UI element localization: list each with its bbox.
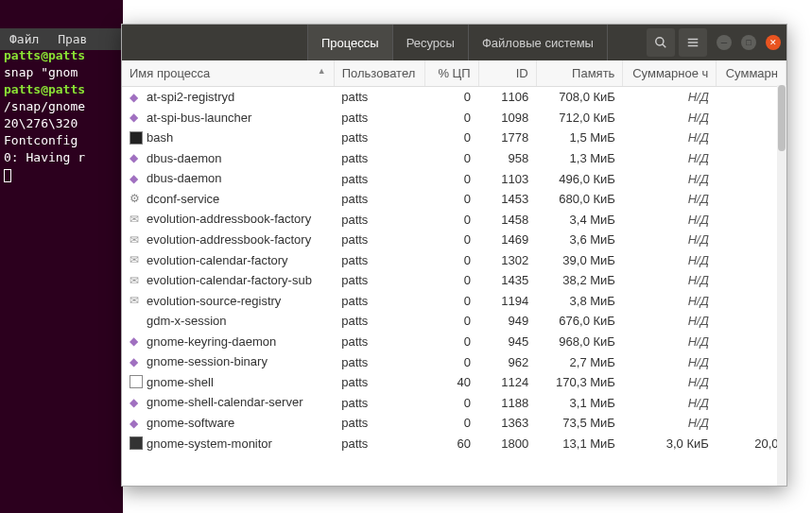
cell-id: 949 bbox=[478, 311, 536, 332]
cell-user: patts bbox=[334, 413, 425, 434]
terminal-line: 0: Having r bbox=[0, 149, 123, 166]
cell-user: patts bbox=[334, 168, 425, 189]
header-cum2[interactable]: Суммарн bbox=[717, 60, 786, 87]
mail-icon: ✉ bbox=[130, 233, 143, 247]
header-mem[interactable]: Память bbox=[536, 60, 623, 87]
executable-icon: ◆ bbox=[130, 111, 143, 124]
minimize-button[interactable]: ─ bbox=[717, 35, 732, 50]
mail-icon: ✉ bbox=[130, 213, 143, 226]
cell-mem: 73,5 МиБ bbox=[536, 413, 623, 434]
cell-name: ◆at-spi2-registryd bbox=[122, 87, 334, 108]
executable-icon: ◆ bbox=[130, 396, 143, 409]
cell-name: gnome-shell bbox=[122, 372, 334, 393]
cell-id: 1800 bbox=[478, 434, 536, 454]
table-row[interactable]: ◆gnome-keyring-daemonpatts0945968,0 КиБН… bbox=[122, 332, 786, 352]
cell-name: ✉evolution-addressbook-factory bbox=[122, 209, 334, 230]
header-cumtime[interactable]: Суммарное ч bbox=[623, 60, 717, 87]
maximize-button[interactable]: □ bbox=[741, 35, 756, 50]
tab-processes[interactable]: Процессы bbox=[307, 25, 392, 60]
terminal-menu-edit[interactable]: Прав bbox=[58, 32, 87, 46]
cell-name: ✉evolution-calendar-factory-sub bbox=[122, 270, 334, 291]
table-row[interactable]: ✉evolution-addressbook-factorypatts01469… bbox=[122, 230, 786, 250]
cell-name: ✉evolution-source-registry bbox=[122, 291, 334, 312]
system-monitor-window: Процессы Ресурсы Файловые системы ─ □ ✕ … bbox=[121, 24, 787, 487]
cell-cumtime: Н/Д bbox=[623, 87, 717, 108]
vertical-scrollbar[interactable] bbox=[777, 85, 786, 486]
table-row[interactable]: ◆gnome-session-binarypatts09622,7 МиБН/Д bbox=[122, 351, 786, 372]
cell-cumtime: Н/Д bbox=[623, 270, 717, 291]
terminal-icon bbox=[130, 131, 143, 145]
cell-user: patts bbox=[334, 250, 425, 271]
cell-user: patts bbox=[334, 87, 425, 108]
cell-mem: 3,6 МиБ bbox=[536, 230, 623, 250]
table-row[interactable]: ◆gnome-softwarepatts0136373,5 МиБН/Д bbox=[122, 413, 786, 434]
blank-icon bbox=[130, 315, 143, 328]
cell-cum2 bbox=[717, 189, 786, 210]
cell-id: 1194 bbox=[478, 291, 536, 312]
table-row[interactable]: ◆at-spi-bus-launcherpatts01098712,0 КиБН… bbox=[122, 108, 786, 128]
table-row[interactable]: ⚙dconf-servicepatts01453680,0 КиБН/Д bbox=[122, 189, 786, 210]
table-row[interactable]: bashpatts017781,5 МиБН/Д bbox=[122, 128, 786, 148]
cell-id: 958 bbox=[478, 148, 536, 169]
cell-mem: 712,0 КиБ bbox=[536, 108, 623, 128]
cell-user: patts bbox=[334, 189, 425, 210]
cell-mem: 13,1 МиБ bbox=[536, 434, 623, 454]
search-button[interactable] bbox=[647, 28, 675, 57]
cell-name: ◆dbus-daemon bbox=[122, 148, 334, 169]
cell-cum2 bbox=[717, 311, 786, 332]
terminal-line: snap "gnom bbox=[0, 64, 123, 81]
cell-mem: 1,5 МиБ bbox=[536, 128, 623, 148]
table-row[interactable]: gnome-shellpatts401124170,3 МиБН/Д bbox=[122, 372, 786, 393]
cell-cpu: 0 bbox=[425, 168, 478, 189]
cell-cpu: 0 bbox=[425, 209, 478, 230]
cell-cumtime: Н/Д bbox=[623, 372, 717, 393]
cell-mem: 170,3 МиБ bbox=[536, 372, 623, 393]
tab-resources[interactable]: Ресурсы bbox=[392, 25, 468, 60]
cell-name: gdm-x-session bbox=[122, 311, 334, 332]
header-user[interactable]: Пользовател bbox=[334, 60, 425, 87]
terminal-window: Файл Прав patts@pattssnap "gnompatts@pat… bbox=[0, 0, 123, 513]
tab-filesystems[interactable]: Файловые системы bbox=[468, 25, 608, 60]
process-table-container: Имя процесса Пользовател % ЦП ID Память … bbox=[122, 60, 786, 486]
terminal-menubar[interactable]: Файл Прав bbox=[0, 28, 123, 50]
scrollbar-thumb[interactable] bbox=[778, 85, 786, 151]
mail-icon: ✉ bbox=[130, 294, 143, 307]
tab-bar: Процессы Ресурсы Файловые системы bbox=[307, 25, 608, 60]
header-id[interactable]: ID bbox=[478, 60, 536, 87]
terminal-menu-file[interactable]: Файл bbox=[9, 32, 39, 46]
table-row[interactable]: gnome-system-monitorpatts60180013,1 МиБ3… bbox=[122, 434, 786, 454]
menu-button[interactable] bbox=[679, 28, 707, 57]
cell-user: patts bbox=[334, 311, 425, 332]
cell-id: 1363 bbox=[478, 413, 536, 434]
table-row[interactable]: ✉evolution-addressbook-factorypatts01458… bbox=[122, 209, 786, 230]
executable-icon: ◆ bbox=[130, 334, 143, 348]
cell-name: ✉evolution-calendar-factory bbox=[122, 250, 334, 271]
cell-mem: 3,8 МиБ bbox=[536, 291, 623, 312]
cell-name: gnome-system-monitor bbox=[122, 434, 334, 454]
table-row[interactable]: ✉evolution-source-registrypatts011943,8 … bbox=[122, 291, 786, 312]
table-row[interactable]: gdm-x-sessionpatts0949676,0 КиБН/Д bbox=[122, 311, 786, 332]
cell-cumtime: 3,0 КиБ bbox=[623, 434, 717, 454]
cell-mem: 680,0 КиБ bbox=[536, 189, 623, 210]
close-button[interactable]: ✕ bbox=[766, 35, 781, 50]
executable-icon: ◆ bbox=[130, 91, 143, 104]
cell-user: patts bbox=[334, 128, 425, 148]
cell-mem: 1,3 МиБ bbox=[536, 148, 623, 169]
table-row[interactable]: ✉evolution-calendar-factorypatts0130239,… bbox=[122, 250, 786, 271]
table-row[interactable]: ◆at-spi2-registrydpatts01106708,0 КиБН/Д bbox=[122, 87, 786, 108]
table-row[interactable]: ◆dbus-daemonpatts01103496,0 КиБН/Д bbox=[122, 168, 786, 189]
cell-cpu: 0 bbox=[425, 108, 478, 128]
table-row[interactable]: ✉evolution-calendar-factory-subpatts0143… bbox=[122, 270, 786, 291]
cell-cpu: 0 bbox=[425, 332, 478, 352]
cell-name: ◆at-spi-bus-launcher bbox=[122, 108, 334, 128]
cell-cumtime: Н/Д bbox=[623, 291, 717, 312]
header-name[interactable]: Имя процесса bbox=[122, 60, 334, 87]
cell-cum2 bbox=[717, 413, 786, 434]
titlebar: Процессы Ресурсы Файловые системы ─ □ ✕ bbox=[122, 25, 786, 60]
table-row[interactable]: ◆gnome-shell-calendar-serverpatts011883,… bbox=[122, 392, 786, 413]
cell-mem: 38,2 МиБ bbox=[536, 270, 623, 291]
header-cpu[interactable]: % ЦП bbox=[425, 60, 478, 87]
cell-cpu: 0 bbox=[425, 189, 478, 210]
cell-user: patts bbox=[334, 332, 425, 352]
table-row[interactable]: ◆dbus-daemonpatts09581,3 МиБН/Д bbox=[122, 148, 786, 169]
